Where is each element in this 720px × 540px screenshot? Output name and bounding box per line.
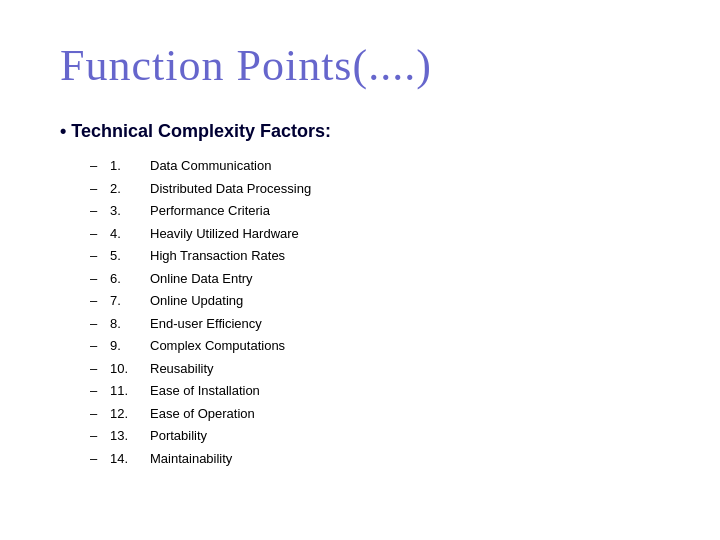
list-item-text: Distributed Data Processing [150,179,311,199]
list-item-number: 6. [110,269,150,289]
list-item: –12.Ease of Operation [90,404,660,424]
list-item-number: 3. [110,201,150,221]
list-item-text: Ease of Operation [150,404,255,424]
list-item-text: Portability [150,426,207,446]
list-item-text: Reusability [150,359,214,379]
section-header: • Technical Complexity Factors: [60,121,660,142]
list-item: –8.End-user Efficiency [90,314,660,334]
list-item: –7.Online Updating [90,291,660,311]
list-item-text: Ease of Installation [150,381,260,401]
list-item: –4.Heavily Utilized Hardware [90,224,660,244]
list-item-dash: – [90,314,110,334]
list-item-number: 10. [110,359,150,379]
list-item: –9.Complex Computations [90,336,660,356]
list-item: –3.Performance Criteria [90,201,660,221]
list-item-number: 9. [110,336,150,356]
list-item: –11.Ease of Installation [90,381,660,401]
list-item-dash: – [90,426,110,446]
list-item-text: End-user Efficiency [150,314,262,334]
list-item-text: Complex Computations [150,336,285,356]
list-item-text: Online Data Entry [150,269,253,289]
list-item-dash: – [90,201,110,221]
section-label: Technical Complexity Factors: [71,121,331,141]
list-item-dash: – [90,449,110,469]
list-item-number: 8. [110,314,150,334]
list-item: –6.Online Data Entry [90,269,660,289]
list-item-number: 14. [110,449,150,469]
list-item: –5.High Transaction Rates [90,246,660,266]
list-item-dash: – [90,246,110,266]
list-item-text: High Transaction Rates [150,246,285,266]
list-item-text: Maintainability [150,449,232,469]
list-item-dash: – [90,156,110,176]
list-item-number: 5. [110,246,150,266]
list-item: –13.Portability [90,426,660,446]
list-item-dash: – [90,381,110,401]
list-item-dash: – [90,269,110,289]
list-item-text: Online Updating [150,291,243,311]
items-list: –1.Data Communication–2.Distributed Data… [90,156,660,468]
list-item-text: Data Communication [150,156,271,176]
list-item-number: 2. [110,179,150,199]
list-item: –14.Maintainability [90,449,660,469]
list-item-dash: – [90,291,110,311]
list-item-number: 11. [110,381,150,401]
list-item-number: 13. [110,426,150,446]
slide: Function Points(....) • Technical Comple… [0,0,720,540]
list-item-number: 12. [110,404,150,424]
list-item-dash: – [90,336,110,356]
list-item-text: Heavily Utilized Hardware [150,224,299,244]
list-item-number: 7. [110,291,150,311]
list-item-dash: – [90,359,110,379]
list-item: –1.Data Communication [90,156,660,176]
list-item-dash: – [90,404,110,424]
list-item-number: 1. [110,156,150,176]
list-item: –10.Reusability [90,359,660,379]
bullet-symbol: • [60,121,71,141]
list-item-text: Performance Criteria [150,201,270,221]
list-item-number: 4. [110,224,150,244]
slide-title: Function Points(....) [60,40,660,91]
list-item-dash: – [90,179,110,199]
list-item: –2.Distributed Data Processing [90,179,660,199]
list-item-dash: – [90,224,110,244]
